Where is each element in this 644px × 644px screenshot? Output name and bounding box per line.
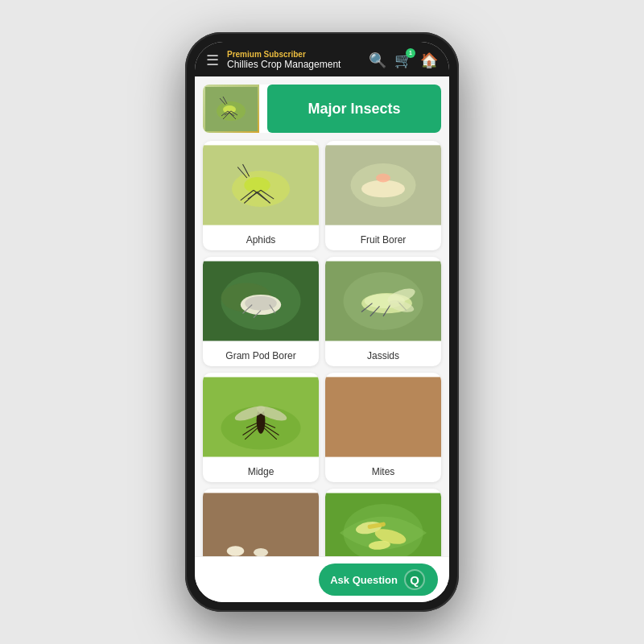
insect-card-gram-pod-borer[interactable]: Gram Pod Borer [203, 257, 319, 366]
home-icon[interactable]: 🏠 [420, 52, 438, 69]
content-area: Major Insects Aphids [195, 76, 449, 556]
insect-card-leaf-miner[interactable]: Leaf Miner [325, 489, 441, 556]
ask-question-button[interactable]: Ask Question Q [319, 564, 438, 596]
banner-title-box: Major Insects [267, 85, 441, 133]
cart-icon[interactable]: 🛒 1 [394, 52, 412, 69]
search-icon[interactable]: 🔍 [369, 52, 386, 69]
insect-image-fruit-borer [325, 141, 441, 229]
svg-rect-65 [325, 378, 441, 457]
insect-card-aphids[interactable]: Aphids [203, 141, 319, 250]
header-left: ☰ Premium Subscriber Chillies Crop Manag… [206, 50, 341, 70]
ask-question-bar: Ask Question Q [195, 556, 449, 602]
insect-card-midge[interactable]: Midge [203, 373, 319, 482]
insect-image-aphids [203, 141, 319, 229]
insect-image-leaf-miner [325, 489, 441, 556]
header: ☰ Premium Subscriber Chillies Crop Manag… [195, 42, 449, 76]
insect-image-midge [203, 373, 319, 461]
insect-label-gram-pod-borer: Gram Pod Borer [203, 345, 319, 366]
hamburger-icon[interactable]: ☰ [206, 52, 219, 69]
app-title: Chillies Crop Management [227, 59, 341, 70]
cart-badge: 1 [406, 48, 415, 58]
phone-frame: ☰ Premium Subscriber Chillies Crop Manag… [185, 32, 459, 612]
insect-image-gram-pod-borer [203, 257, 319, 345]
banner-title: Major Insects [308, 101, 400, 118]
insect-label-midge: Midge [203, 461, 319, 482]
insect-image-jassids [325, 257, 441, 345]
phone-screen: ☰ Premium Subscriber Chillies Crop Manag… [195, 42, 449, 602]
header-text: Premium Subscriber Chillies Crop Managem… [227, 50, 341, 70]
banner-thumbnail [203, 85, 259, 133]
insect-image-root-grub [203, 489, 319, 556]
banner-row: Major Insects [203, 85, 441, 133]
header-right: 🔍 🛒 1 🏠 [369, 52, 438, 69]
svg-point-31 [376, 174, 390, 183]
insect-card-fruit-borer[interactable]: Fruit Borer [325, 141, 441, 250]
insect-card-root-grub[interactable]: Root Grub [203, 489, 319, 556]
premium-label: Premium Subscriber [227, 50, 341, 59]
insect-label-jassids: Jassids [325, 345, 441, 366]
svg-rect-83 [203, 493, 319, 557]
insect-card-mites[interactable]: Mites [325, 373, 441, 482]
svg-point-28 [361, 180, 405, 198]
insect-card-jassids[interactable]: Jassids [325, 257, 441, 366]
insect-image-mites [325, 373, 441, 461]
insect-label-aphids: Aphids [203, 229, 319, 250]
insect-label-mites: Mites [325, 461, 441, 482]
svg-point-15 [244, 177, 270, 193]
svg-point-91 [227, 546, 245, 556]
ask-question-icon: Q [404, 569, 425, 590]
insect-grid: Aphids Fruit Borer Gram Pod Borer [203, 141, 441, 556]
ask-question-label: Ask Question [330, 574, 398, 586]
insect-label-fruit-borer: Fruit Borer [325, 229, 441, 250]
